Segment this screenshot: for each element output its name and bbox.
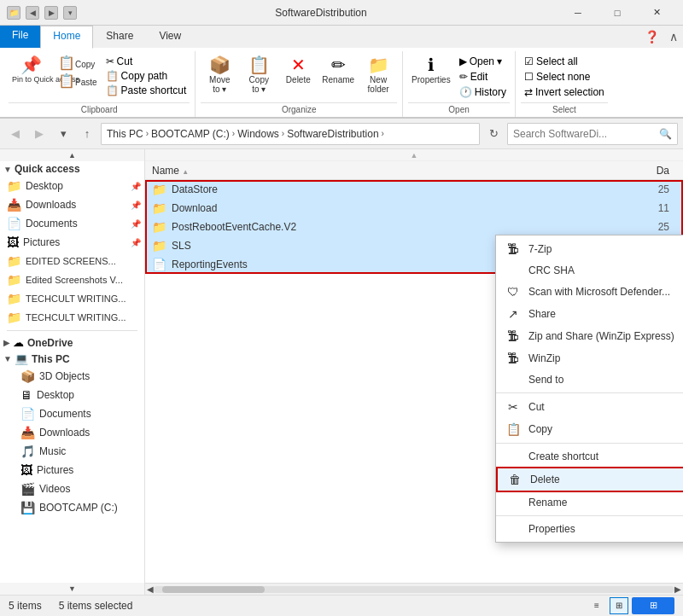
- sidebar-item-documents2[interactable]: 📄 Documents: [0, 404, 144, 423]
- forward-icon[interactable]: ▶: [44, 6, 58, 20]
- ctx-rename[interactable]: Rename: [496, 492, 683, 513]
- quick-access-header[interactable]: ▼ Quick access: [0, 161, 144, 177]
- ctx-crc[interactable]: CRC SHA ›: [496, 260, 683, 281]
- properties-button[interactable]: ℹ Properties: [408, 55, 454, 86]
- ctx-sendto[interactable]: Send to ›: [496, 369, 683, 390]
- ctx-cut-label: Cut: [528, 401, 683, 413]
- pictures-label: Pictures: [23, 236, 129, 248]
- scroll-thumb[interactable]: [162, 586, 265, 593]
- details-view-button[interactable]: ≡: [587, 597, 606, 614]
- delete-button[interactable]: ✕ Delete: [279, 55, 317, 86]
- copy-to-button[interactable]: 📋 Copyto ▾: [240, 55, 277, 96]
- minimize-button[interactable]: ─: [558, 0, 598, 26]
- back-button[interactable]: ◀: [5, 124, 26, 144]
- up-button[interactable]: ↑: [77, 124, 97, 144]
- paste-shortcut-button[interactable]: 📋 Paste shortcut: [102, 84, 190, 97]
- scroll-left-btn[interactable]: ◀: [147, 584, 154, 594]
- selected-count: 5 items selected: [59, 600, 133, 612]
- dropdown-icon[interactable]: ▾: [63, 6, 77, 20]
- sidebar-item-downloads[interactable]: 📥 Downloads 📌: [0, 195, 144, 214]
- sidebar-item-edited[interactable]: 📁 EDITED SCREENS...: [0, 252, 144, 270]
- documents2-label: Documents: [39, 408, 141, 420]
- ctx-winzip-express[interactable]: 🗜 Zip and Share (WinZip Express): [496, 325, 683, 347]
- sidebar-item-pictures2[interactable]: 🖼 Pictures: [0, 461, 144, 479]
- folder-icon-download: 📁: [152, 201, 166, 215]
- forward-button[interactable]: ▶: [29, 124, 50, 144]
- organize-items: 📦 Moveto ▾ 📋 Copyto ▾ ✕ Delete ✏ Rename …: [201, 51, 397, 102]
- scroll-down[interactable]: ▼: [0, 583, 144, 595]
- recent-button[interactable]: ▾: [53, 124, 73, 144]
- breadcrumb[interactable]: This PC › BOOTCAMP (C:) › Windows › Soft…: [101, 123, 480, 145]
- scroll-up[interactable]: ▲: [0, 149, 144, 161]
- search-input[interactable]: [513, 128, 656, 140]
- pin-quick-access-button[interactable]: 📌 Pin to Quick access: [9, 55, 53, 85]
- open-button[interactable]: ▶ Open ▾: [456, 55, 510, 68]
- file-item-datastore[interactable]: 📁 DataStore 25: [145, 180, 683, 199]
- ctx-share[interactable]: ↗ Share: [496, 303, 683, 325]
- cut-button[interactable]: ✂ Cut: [102, 55, 190, 68]
- sidebar-item-downloads2[interactable]: 📥 Downloads: [0, 423, 144, 442]
- sidebar-item-techcult2[interactable]: 📁 TECHCULT WRITING...: [0, 308, 144, 327]
- ctx-7zip[interactable]: 🗜 7-Zip ›: [496, 238, 683, 260]
- scroll-right-btn[interactable]: ▶: [674, 584, 681, 594]
- sidebar-item-videos[interactable]: 🎬 Videos: [0, 479, 144, 498]
- rename-button[interactable]: ✏ Rename: [318, 55, 358, 86]
- rename-icon: ✏: [331, 56, 346, 73]
- quick-access-arrow: ▼: [3, 165, 12, 174]
- copy-button[interactable]: 📋 Copy: [55, 55, 101, 72]
- close-button[interactable]: ✕: [637, 0, 676, 26]
- ribbon-help[interactable]: ❓: [639, 26, 664, 48]
- ctx-create-shortcut[interactable]: Create shortcut: [496, 446, 683, 467]
- sidebar-item-desktop[interactable]: 📁 Desktop 📌: [0, 177, 144, 195]
- sidebar-item-3d[interactable]: 📦 3D Objects: [0, 367, 144, 386]
- onedrive-arrow: ▶: [3, 338, 10, 347]
- select-all-label: Select all: [536, 55, 578, 67]
- ctx-defender[interactable]: 🛡 Scan with Microsoft Defender...: [496, 281, 683, 303]
- sidebar-item-bootcamp[interactable]: 💾 BOOTCAMP (C:): [0, 498, 144, 517]
- new-folder-button[interactable]: 📁 Newfolder: [359, 55, 397, 96]
- refresh-button[interactable]: ↻: [483, 124, 504, 144]
- sidebar-item-music[interactable]: 🎵 Music: [0, 442, 144, 461]
- ribbon-collapse[interactable]: ∧: [664, 26, 683, 48]
- history-button[interactable]: 🕐 History: [456, 85, 510, 99]
- sidebar-item-desktop2[interactable]: 🖥 Desktop: [0, 386, 144, 404]
- file-item-download[interactable]: 📁 Download 11: [145, 199, 683, 218]
- copy-path-button[interactable]: 📋 Copy path: [102, 69, 190, 83]
- maximize-button[interactable]: □: [598, 0, 637, 26]
- tab-home[interactable]: Home: [40, 26, 93, 49]
- move-to-button[interactable]: 📦 Moveto ▾: [201, 55, 238, 96]
- ctx-delete[interactable]: 🗑 Delete: [496, 467, 683, 492]
- ctx-winzip-icon: 🗜: [505, 352, 522, 365]
- sort-up[interactable]: ▲: [145, 149, 683, 161]
- col-name-header[interactable]: Name ▲: [152, 165, 625, 177]
- invert-selection-button[interactable]: ⇄ Invert selection: [521, 85, 608, 99]
- file-item-post[interactable]: 📁 PostRebootEventCache.V2 25: [145, 218, 683, 236]
- h-scrollbar[interactable]: ◀ ▶: [145, 583, 683, 595]
- tab-view[interactable]: View: [146, 26, 194, 48]
- 3d-label: 3D Objects: [39, 370, 141, 382]
- select-group: ☑ Select all ☐ Select none ⇄ Invert sele…: [516, 51, 613, 117]
- back-icon[interactable]: ◀: [26, 6, 39, 20]
- sidebar-item-pictures[interactable]: 🖼 Pictures 📌: [0, 233, 144, 252]
- ctx-properties[interactable]: Properties: [496, 519, 683, 539]
- tab-file[interactable]: File: [0, 26, 40, 48]
- col-date-header[interactable]: Da: [625, 165, 676, 177]
- select-all-icon: ☑: [524, 55, 534, 67]
- select-none-button[interactable]: ☐ Select none: [521, 70, 608, 84]
- list-view-button[interactable]: ⊞: [610, 597, 628, 614]
- ctx-winzip[interactable]: 🗜 WinZip ›: [496, 347, 683, 369]
- paste-button[interactable]: 📋 Paste: [55, 73, 101, 90]
- thispc-header[interactable]: ▼ 💻 This PC: [0, 351, 144, 367]
- select-all-button[interactable]: ☑ Select all: [521, 55, 608, 68]
- sidebar-item-documents[interactable]: 📄 Documents 📌: [0, 214, 144, 233]
- edit-button[interactable]: ✏ Edit: [456, 70, 510, 84]
- documents-icon: 📄: [7, 217, 21, 230]
- sidebar-item-techcult1[interactable]: 📁 TECHCULT WRITING...: [0, 289, 144, 308]
- ctx-copy[interactable]: 📋 Copy: [496, 418, 683, 440]
- ctx-cut[interactable]: ✂ Cut: [496, 396, 683, 418]
- pictures2-label: Pictures: [37, 464, 141, 476]
- sidebar-item-edited2[interactable]: 📁 Edited Screenshots V...: [0, 270, 144, 289]
- tab-share[interactable]: Share: [93, 26, 146, 48]
- onedrive-label: OneDrive: [27, 337, 73, 349]
- onedrive-header[interactable]: ▶ ☁ OneDrive: [0, 334, 144, 351]
